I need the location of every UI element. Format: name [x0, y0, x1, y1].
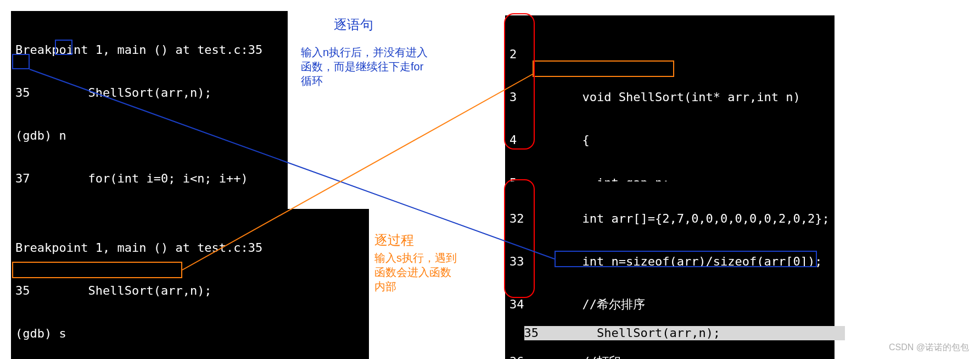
code-line: 32 int arr[]={2,7,0,0,0,0,0,0,2,0,2}; — [509, 212, 830, 226]
annotation-step-into-body: 输入s执行，遇到 函数会进入函数 内部 — [374, 251, 457, 294]
gdb-line: 37 for(int i=0; i<n; i++) — [15, 172, 283, 186]
gdb-line: Breakpoint 1, main () at test.c:35 — [15, 241, 365, 255]
gdb-line: Breakpoint 1, main () at test.c:35 — [15, 43, 283, 57]
annotation-step-by-statement-title: 逐语句 — [334, 18, 373, 32]
watermark: CSDN @诺诺的包包 — [889, 342, 969, 354]
gdb-line: 35 ShellSort(arr,n); — [15, 284, 365, 298]
gdb-line: 35 ShellSort(arr,n); — [15, 86, 283, 100]
code-line: 36 //打印 — [509, 355, 830, 359]
gdb-line: (gdb) s — [15, 327, 365, 341]
code-line: 33 int n=sizeof(arr)/sizeof(arr[0]); — [509, 255, 830, 269]
annotation-step-by-statement-body: 输入n执行后，并没有进入 函数，而是继续往下走for 循环 — [301, 45, 428, 88]
code-line: 3 void ShellSort(int* arr,int n) — [509, 90, 830, 104]
code-line: 2 — [509, 47, 830, 62]
terminal-gdb-step: Breakpoint 1, main () at test.c:35 35 Sh… — [11, 209, 369, 359]
code-line: 4 { — [509, 133, 830, 147]
source-main-func: 32 int arr[]={2,7,0,0,0,0,0,0,2,0,2}; 33… — [505, 181, 835, 359]
annotation-step-into-title: 逐过程 — [374, 233, 414, 247]
gdb-line: (gdb) n — [15, 129, 283, 143]
code-line: 34 //希尔排序 — [509, 297, 830, 312]
code-line-current: 35 ShellSort(arr,n); — [524, 326, 845, 340]
